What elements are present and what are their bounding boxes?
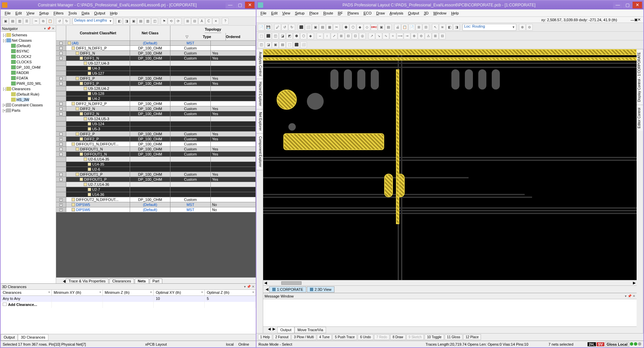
grid-row[interactable]: U4-3 [56, 66, 256, 71]
toolbar-button[interactable]: ↺ [56, 18, 63, 25]
fn-button[interactable]: 5 Push Trace [332, 334, 357, 340]
grid-row[interactable]: -DIFFOUT1_NDP_100_OHMCustomYes [56, 147, 256, 152]
toolbar-button[interactable]: ▤ [385, 24, 392, 31]
menu-view[interactable]: View [280, 10, 292, 16]
toolbar-button[interactable]: ⬡ [300, 33, 307, 39]
toolbar-button[interactable]: ⟿ [397, 33, 403, 39]
grid-row[interactable]: -DIFF1_PDP_100_OHMCustomYes [56, 76, 256, 81]
menu-help[interactable]: Help [449, 10, 461, 16]
close-icon[interactable]: ✕ [252, 285, 254, 288]
tree-item[interactable]: FADDR [1, 70, 55, 75]
grid-row[interactable]: U5-3 [56, 127, 256, 132]
out-tab[interactable]: 3D Clearances [18, 334, 48, 341]
toolbar-button[interactable]: ⊡ [352, 33, 359, 39]
toolbar-button[interactable]: ⊖ [526, 24, 533, 31]
pin-icon[interactable]: ▾ [244, 285, 246, 288]
toolbar-button[interactable]: ✂ [333, 24, 340, 31]
grid-row[interactable]: U2-6 [56, 167, 256, 172]
message-body[interactable] [263, 299, 637, 326]
grid-row[interactable]: U14-36 [56, 192, 256, 197]
toolbar-button[interactable]: ◫ [151, 18, 158, 25]
titlebar[interactable]: PADS Professional Layout C:\PADS_Profess… [256, 1, 643, 9]
menu-route[interactable]: Route [321, 10, 335, 16]
toolbar-button[interactable]: ◧ [446, 24, 453, 31]
toolbar-button[interactable]: ▣ [312, 24, 319, 31]
fn-button[interactable]: 12 Place [463, 334, 481, 340]
toolbar-button[interactable]: ◪ [279, 33, 286, 39]
toolbar-button[interactable]: ↺ [281, 24, 288, 31]
toolbar-button[interactable]: ▣ [378, 24, 385, 31]
toolbar-button[interactable]: ⊟ [439, 33, 446, 39]
toolbar-button[interactable]: ≈ [390, 33, 396, 39]
toolbar-button[interactable]: A [198, 18, 205, 25]
toolbar-button[interactable]: ⤢ [331, 33, 337, 39]
mdi-close-icon[interactable]: ✕ [638, 18, 641, 22]
toolbar-button[interactable]: ▤ [9, 18, 16, 25]
toolbar-button[interactable]: ⊕ [411, 33, 417, 39]
toolbar-button[interactable]: ☰ [23, 18, 30, 25]
tree-item[interactable]: [-]Clearances [1, 86, 55, 92]
grid-row[interactable]: -DIFF1_NDP_100_OHMCustomYes [56, 56, 256, 61]
close-button[interactable]: ✕ [633, 2, 642, 8]
toolbar-button[interactable]: ⊞ [184, 18, 191, 25]
msg-tab[interactable]: Move Trace/Via [294, 327, 326, 333]
grid-row[interactable]: +DIFF2_PDP_100_OHMCustomYes [56, 137, 256, 142]
fn-button[interactable]: 8 Draw [390, 334, 406, 340]
grid-body[interactable]: -(All)(Default)MST-DIFF1_N,DIFF1_PDP_100… [56, 41, 256, 277]
toolbar-button[interactable]: ✕ [212, 18, 219, 25]
menu-place[interactable]: Place [307, 10, 321, 16]
toolbar-button[interactable]: ▤ [279, 41, 286, 48]
grid-row[interactable]: U9-127 [56, 71, 256, 76]
mdi-restore-icon[interactable]: ▣ [634, 18, 638, 22]
tree-item[interactable]: [+]Parts [1, 108, 55, 113]
toolbar-button[interactable]: ⊞ [338, 33, 345, 39]
grid-row[interactable]: U14-35 [56, 162, 256, 167]
toolbar-button[interactable]: ◩ [286, 33, 293, 39]
col-net-class[interactable]: Net Class [130, 26, 170, 40]
toolbar-button[interactable]: ◫ [258, 41, 265, 48]
tree-item[interactable]: [+]Constraint Classes [1, 102, 55, 108]
toolbar-button[interactable]: ↘ [375, 33, 382, 39]
menu-analysis[interactable]: Analysis [388, 10, 405, 16]
toolbar-button[interactable]: ⇝ [404, 33, 410, 39]
toolbar-button[interactable]: 📋 [401, 24, 408, 31]
side-tab[interactable]: Analysis Control [256, 49, 263, 79]
pin-icon[interactable]: ▾ [625, 294, 627, 298]
toolbar-button[interactable]: ▥ [16, 18, 23, 25]
drc-button[interactable]: DRC [371, 24, 377, 31]
toolbar-button[interactable]: ⟲ [168, 18, 174, 25]
col-constraint-class[interactable]: Constraint Class/Net [66, 26, 130, 40]
tree-item[interactable]: CLOCKS [1, 59, 55, 65]
grid-row[interactable]: -DIFF2_NDP_100_OHMCustomYes [56, 111, 256, 116]
menu-tools[interactable]: Tools [66, 10, 79, 16]
view-combo[interactable]: Delays and Lengths [73, 18, 113, 25]
grid-row[interactable]: -DIFFOUT1_NDP_100_OHMCustomYes [56, 152, 256, 157]
mdi-min-icon[interactable]: — [631, 18, 634, 22]
view-tab[interactable]: 1:CORPORATE [269, 286, 306, 292]
pcb-canvas[interactable] [263, 49, 637, 280]
tab-nets[interactable]: Nets [135, 278, 149, 283]
menu-output[interactable]: Output [92, 10, 107, 16]
toolbar-button[interactable]: ▣ [272, 41, 279, 48]
toolbar-button[interactable]: ⬛ [265, 33, 272, 39]
toolbar-button[interactable]: ◧ [116, 18, 123, 25]
fn-button[interactable]: 2 Fanout [273, 334, 291, 340]
toolbar-button[interactable]: ↕ [324, 33, 330, 39]
toolbar-button[interactable]: ↖ [432, 24, 439, 31]
toolbar-button[interactable]: ⧉ [40, 18, 46, 25]
clearance-col[interactable]: Minimum XY (th) [52, 290, 103, 295]
toolbar-button[interactable]: ▤ [137, 18, 144, 25]
menu-edit[interactable]: Edit [269, 10, 280, 16]
toolbar-button[interactable]: ⬚ [258, 33, 265, 39]
grid-row[interactable]: U9-127,U4-3 [56, 61, 256, 66]
menu-filters[interactable]: Filters [51, 10, 66, 16]
toolbar-button[interactable]: ◨ [123, 18, 130, 25]
side-tab[interactable]: Net Explorer [256, 109, 263, 134]
grid-row[interactable]: +DIPSW6(Default)MSTNo [56, 207, 256, 212]
toolbar-button[interactable]: ▣ [2, 18, 9, 25]
side-tab[interactable]: Component Explorer [256, 134, 263, 170]
pin-icon[interactable]: 📌 [628, 294, 632, 298]
toolbar-button[interactable]: 📋 [47, 18, 53, 25]
menu-3d[interactable]: 3D [422, 10, 431, 16]
grid-row[interactable]: U9-128 [56, 91, 256, 96]
